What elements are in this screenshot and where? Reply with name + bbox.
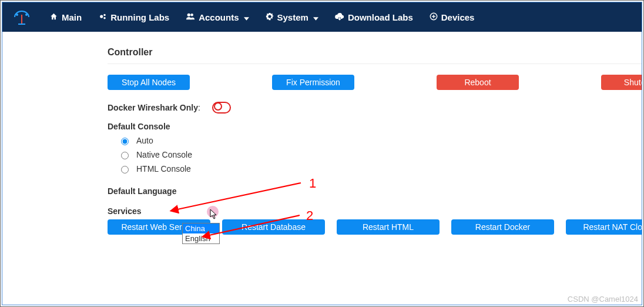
colon: : xyxy=(198,103,200,112)
nav-label: Devices xyxy=(441,12,475,22)
docker-wireshark-toggle[interactable] xyxy=(212,102,231,114)
top-navbar: Main Running Labs Accounts System Downlo… xyxy=(2,2,642,32)
console-option-html[interactable]: HTML Console xyxy=(118,164,642,173)
restart-docker-service-button[interactable]: Restart Docker Service xyxy=(451,219,554,235)
nav-label: Main xyxy=(62,12,82,22)
restart-database-service-button[interactable]: Restart Database Service xyxy=(222,219,325,235)
reboot-button[interactable]: Reboot xyxy=(437,75,519,90)
nav-devices[interactable]: Devices xyxy=(421,2,483,32)
option-label: Native Console xyxy=(136,150,192,159)
controller-panel: Controller Stop All Nodes Fix Permission… xyxy=(96,38,642,253)
cloud-download-icon xyxy=(335,12,344,22)
restart-nat-cloud-button[interactable]: Restart NAT Cloud xyxy=(566,219,642,235)
nav-label: Running Labs xyxy=(110,12,169,22)
svg-point-4 xyxy=(100,15,103,18)
svg-point-3 xyxy=(25,14,28,16)
default-console-group: Auto Native Console HTML Console xyxy=(108,136,642,173)
shutdown-button[interactable]: Shutdown xyxy=(601,75,642,90)
brand-logo[interactable] xyxy=(2,2,41,32)
docker-wireshark-row: Docker Wireshark Only: xyxy=(108,102,642,114)
default-console-heading: Default Console xyxy=(108,122,642,131)
watermark: CSDN @Camel1024 xyxy=(568,295,638,303)
default-language-heading: Default Language xyxy=(108,186,642,196)
language-option-english[interactable]: English xyxy=(183,233,219,243)
controller-actions-row: Stop All Nodes Fix Permission Reboot Shu… xyxy=(108,75,642,90)
nav-label: System xyxy=(277,12,308,22)
radio-input[interactable] xyxy=(121,152,129,159)
nav-main[interactable]: Main xyxy=(41,2,90,32)
option-label: Auto xyxy=(136,136,153,145)
field-label: Docker Wireshark Only xyxy=(108,103,198,112)
nav-label: Accounts xyxy=(199,12,239,22)
radio-input[interactable] xyxy=(121,166,129,173)
nav-accounts[interactable]: Accounts xyxy=(177,2,257,32)
panel-title: Controller xyxy=(108,47,642,58)
nav-label: Download Labs xyxy=(348,12,413,22)
svg-point-6 xyxy=(103,16,106,19)
console-option-auto[interactable]: Auto xyxy=(118,136,642,145)
users-icon xyxy=(186,12,195,22)
nav-download-labs[interactable]: Download Labs xyxy=(327,2,421,32)
nav-system[interactable]: System xyxy=(257,2,327,32)
svg-point-8 xyxy=(191,14,193,16)
cogs-icon xyxy=(98,12,107,22)
caret-down-icon xyxy=(244,12,249,22)
caret-down-icon xyxy=(313,12,318,22)
radio-input[interactable] xyxy=(121,138,129,145)
svg-point-5 xyxy=(103,14,106,16)
restart-html-console-button[interactable]: Restart HTML Console xyxy=(337,219,440,235)
svg-point-7 xyxy=(187,13,190,16)
option-label: HTML Console xyxy=(136,164,191,173)
language-option-china[interactable]: China xyxy=(183,223,219,233)
home-icon xyxy=(49,12,58,22)
divider xyxy=(108,64,642,64)
gear-icon xyxy=(266,12,274,22)
console-option-native[interactable]: Native Console xyxy=(118,150,642,159)
language-dropdown[interactable]: China English xyxy=(182,223,220,244)
nav-running-labs[interactable]: Running Labs xyxy=(90,2,177,32)
fix-permission-button[interactable]: Fix Permission xyxy=(272,75,354,90)
stop-all-nodes-button[interactable]: Stop All Nodes xyxy=(108,75,190,90)
svg-point-2 xyxy=(16,14,18,16)
services-heading: Services xyxy=(108,206,642,216)
plus-circle-icon xyxy=(430,12,438,22)
